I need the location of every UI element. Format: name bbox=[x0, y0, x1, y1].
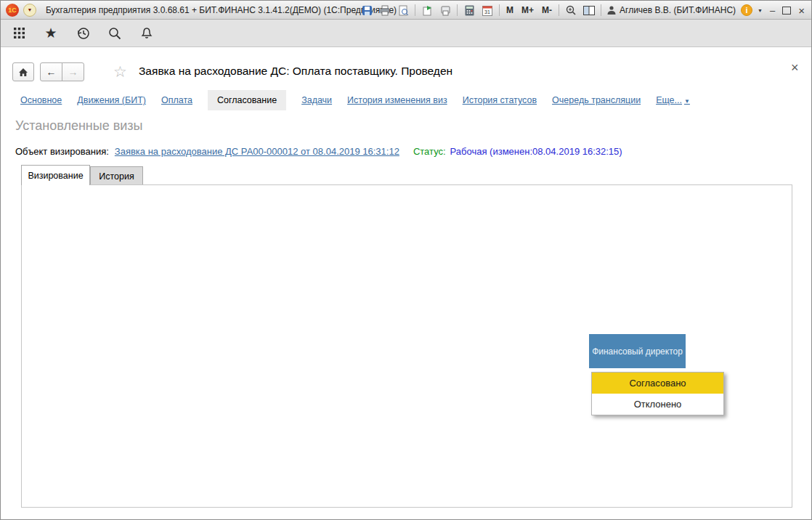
main-menu-button[interactable]: ▼ bbox=[23, 4, 36, 17]
history-icon[interactable] bbox=[75, 25, 91, 41]
back-arrow-icon: ← bbox=[46, 66, 57, 78]
object-label: Объект визирования: bbox=[15, 146, 109, 157]
nav-link-more[interactable]: Еще...▼ bbox=[656, 95, 690, 105]
current-user[interactable]: Агличев В.В. (БИТ.ФИНАНС) bbox=[606, 5, 736, 15]
nav-link-broadcast-queue[interactable]: Очередь трансляции bbox=[552, 95, 641, 105]
nav-link-payment[interactable]: Оплата bbox=[161, 95, 192, 105]
nav-link-status-history[interactable]: История статусов bbox=[463, 95, 537, 105]
form-navigation: Основное Движения (БИТ) Оплата Согласова… bbox=[20, 89, 690, 111]
chevron-down-icon[interactable]: ▼ bbox=[758, 8, 763, 13]
nav-link-main[interactable]: Основное bbox=[20, 95, 62, 105]
close-window-button[interactable]: × bbox=[796, 4, 807, 17]
favorite-star-icon[interactable]: ☆ bbox=[113, 63, 127, 81]
print-document-icon[interactable] bbox=[439, 4, 452, 17]
object-row: Объект визирования: Заявка на расходован… bbox=[15, 144, 622, 158]
svg-text:31: 31 bbox=[484, 9, 490, 15]
back-button[interactable]: ← bbox=[40, 62, 62, 81]
quick-toolbar: ★ bbox=[1, 20, 811, 47]
forward-button[interactable]: → bbox=[62, 62, 84, 81]
page-title: Заявка на расходование ДС: Оплата постав… bbox=[139, 65, 452, 78]
home-button[interactable] bbox=[12, 62, 34, 81]
calculator-icon[interactable] bbox=[463, 4, 476, 17]
home-icon bbox=[17, 67, 29, 78]
tab-history[interactable]: История bbox=[90, 166, 143, 185]
search-icon[interactable] bbox=[107, 25, 123, 41]
calendar-icon[interactable]: 31 bbox=[481, 4, 494, 17]
section-title: Установленные визы bbox=[15, 118, 143, 134]
memory-m-plus-button[interactable]: M+ bbox=[520, 5, 535, 15]
zoom-icon[interactable] bbox=[564, 4, 577, 17]
1c-logo-icon: 1С bbox=[6, 4, 19, 17]
print-icon[interactable] bbox=[378, 4, 391, 17]
object-link[interactable]: Заявка на расходование ДС РА00-000012 от… bbox=[115, 146, 399, 157]
notifications-bell-icon[interactable] bbox=[139, 25, 155, 41]
print-preview-icon[interactable] bbox=[397, 4, 410, 17]
status-value: Рабочая (изменен:08.04.2019 16:32:15) bbox=[450, 146, 622, 157]
close-form-icon[interactable]: × bbox=[791, 60, 799, 76]
info-icon[interactable]: i bbox=[741, 4, 752, 16]
favorites-icon[interactable]: ★ bbox=[43, 25, 59, 41]
nav-link-approval-active[interactable]: Согласование bbox=[208, 90, 286, 110]
nav-link-movements[interactable]: Движения (БИТ) bbox=[77, 95, 146, 105]
split-window-icon[interactable] bbox=[582, 4, 596, 17]
menu-item-approved[interactable]: Согласовано bbox=[592, 373, 723, 394]
minimize-button[interactable]: – bbox=[768, 5, 777, 16]
status-label: Статус: bbox=[413, 146, 446, 157]
save-icon[interactable] bbox=[360, 4, 373, 17]
flowchart-node-fin-director[interactable]: Финансовый директор bbox=[589, 334, 686, 368]
app-window: 1С ▼ Бухгалтерия предприятия 3.0.68.61 +… bbox=[0, 0, 812, 520]
window-title: Бухгалтерия предприятия 3.0.68.61 + БИТ.… bbox=[46, 1, 397, 20]
user-icon bbox=[606, 5, 617, 15]
decision-context-menu: Согласовано Отклонено bbox=[591, 372, 724, 415]
maximize-button[interactable] bbox=[782, 7, 791, 15]
user-name: Агличев В.В. (БИТ.ФИНАНС) bbox=[620, 5, 736, 15]
apps-grid-icon[interactable] bbox=[11, 25, 27, 41]
memory-m-minus-button[interactable]: M- bbox=[540, 5, 553, 15]
nav-link-tasks[interactable]: Задачи bbox=[301, 95, 332, 105]
memory-m-button[interactable]: M bbox=[505, 5, 515, 15]
send-document-icon[interactable] bbox=[421, 4, 434, 17]
menu-item-rejected[interactable]: Отклонено bbox=[592, 394, 723, 415]
chevron-down-icon: ▼ bbox=[684, 98, 690, 105]
forward-arrow-icon: → bbox=[68, 66, 78, 78]
tab-visa[interactable]: Визирование bbox=[21, 165, 90, 185]
title-bar: 1С ▼ Бухгалтерия предприятия 3.0.68.61 +… bbox=[1, 1, 811, 20]
nav-link-visa-history[interactable]: История изменения виз bbox=[347, 95, 447, 105]
